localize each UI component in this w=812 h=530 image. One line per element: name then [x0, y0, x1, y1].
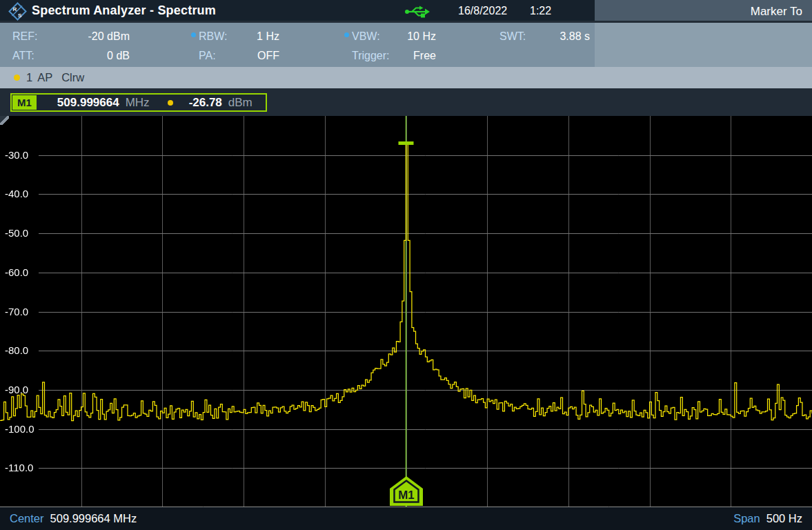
- span-label: Span: [733, 512, 760, 525]
- setting-preamp[interactable]: PA: OFF: [199, 49, 279, 63]
- trace-color-dot: [14, 75, 20, 81]
- span-value: 500 Hz: [766, 512, 802, 525]
- svg-text:S: S: [18, 12, 22, 19]
- span-field[interactable]: Span 500 Hz: [733, 512, 802, 525]
- marker-trace-dot: [168, 100, 173, 106]
- center-value: 509.999664 MHz: [50, 512, 137, 525]
- marker-to-label: Marker To: [751, 5, 802, 19]
- y-axis-tick-label: -100.0: [5, 422, 34, 436]
- status-date: 16/8/2022: [458, 5, 507, 17]
- settings-bar-right-panel: [595, 23, 812, 67]
- trace-info-bar[interactable]: 1 AP Clrw: [0, 67, 812, 88]
- setting-attenuation[interactable]: ATT: 0 dB: [12, 49, 130, 63]
- window-fold-corner-icon: [0, 116, 9, 125]
- y-axis-tick-label: -70.0: [5, 305, 28, 319]
- spectrum-diagram-area: M1 -30.0-40.0-50.0-60.0-70.0-80.0-90.0-1…: [0, 116, 812, 507]
- setting-sweep-time[interactable]: SWT: 3.88 s: [499, 30, 590, 43]
- rs-diamond-logo-icon: R S: [8, 2, 27, 21]
- spectrum-display[interactable]: [0, 116, 812, 507]
- center-label: Center: [10, 512, 44, 525]
- y-axis-tick-label: -50.0: [5, 226, 28, 240]
- frequency-footer-bar: Center 509.999664 MHz Span 500 Hz: [0, 507, 812, 530]
- setting-vbw[interactable]: VBW: 10 Hz: [352, 30, 436, 43]
- usb-connected-icon: [404, 4, 430, 19]
- marker-level-value: -26.78: [189, 96, 222, 110]
- marker-level-unit: dBm: [228, 96, 252, 110]
- marker-frequency-value: 509.999664: [57, 96, 119, 110]
- status-time: 1:22: [530, 5, 551, 17]
- marker-id-chip: M1: [12, 95, 37, 110]
- y-axis-tick-label: -40.0: [5, 187, 28, 201]
- y-axis-tick-label: -60.0: [5, 266, 28, 279]
- marker-m1-flag[interactable]: M1: [388, 475, 424, 507]
- trace-number: 1: [26, 71, 32, 84]
- svg-text:R: R: [13, 6, 17, 12]
- trace-mode: Clrw: [61, 71, 84, 84]
- y-axis-tick-label: -30.0: [5, 148, 28, 162]
- marker-flag-label: M1: [398, 489, 415, 502]
- title-separator: [0, 21, 812, 23]
- manual-setting-dot-rbw: [191, 32, 196, 37]
- app-title: Spectrum Analyzer - Spectrum: [32, 3, 216, 18]
- setting-trigger[interactable]: Trigger: Free: [352, 49, 436, 63]
- marker-readout-row: M1 509.999664 MHz -26.78 dBm: [0, 88, 812, 116]
- settings-bar: REF: -20 dBm ATT: 0 dB RBW: 1 Hz PA: OFF…: [0, 23, 812, 67]
- y-axis-tick-label: -110.0: [5, 461, 33, 475]
- manual-setting-dot-vbw: [344, 32, 349, 37]
- trace-detector: AP: [37, 71, 52, 84]
- y-axis-tick-label: -80.0: [5, 344, 28, 357]
- y-axis-tick-label: -90.0: [5, 383, 28, 397]
- title-bar: R S Spectrum Analyzer - Spectrum 16/8/20…: [0, 0, 595, 23]
- setting-rbw[interactable]: RBW: 1 Hz: [199, 30, 279, 43]
- marker-to-menu-button[interactable]: Marker To: [595, 0, 812, 23]
- setting-ref-level[interactable]: REF: -20 dBm: [12, 30, 130, 43]
- marker-m1-readout[interactable]: M1 509.999664 MHz -26.78 dBm: [10, 93, 267, 112]
- marker-frequency-unit: MHz: [126, 96, 150, 110]
- center-frequency-field[interactable]: Center 509.999664 MHz: [10, 512, 137, 525]
